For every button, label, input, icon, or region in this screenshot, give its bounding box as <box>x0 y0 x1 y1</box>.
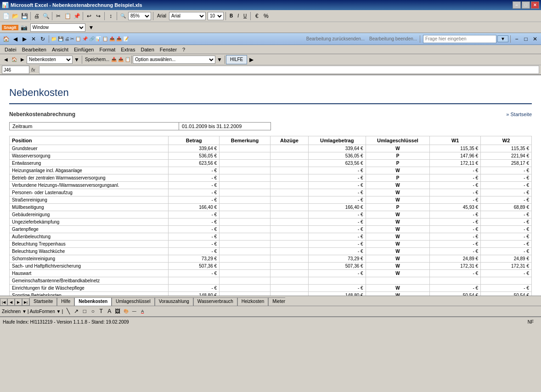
window-title: Microsoft Excel - Nebenkostenabrechnung … <box>11 2 142 8</box>
table-cell: - € <box>308 211 366 218</box>
table-cell: - € <box>430 233 481 241</box>
maximize-pane-icon[interactable]: □ <box>522 36 530 42</box>
close-pane-icon[interactable]: ✕ <box>531 36 539 42</box>
rect-icon[interactable]: □ <box>80 308 89 314</box>
search-input[interactable] <box>423 35 496 43</box>
table-cell: - € <box>308 285 366 292</box>
line-icon[interactable]: ╲ <box>64 308 72 314</box>
fontsize-select[interactable]: 10 <box>208 12 224 20</box>
cell-reference-input[interactable] <box>2 66 29 74</box>
table-cell <box>481 277 532 285</box>
snagit-settings-icon[interactable]: ▼ <box>87 24 96 31</box>
table-cell: - € <box>481 211 532 218</box>
sheet-tab-mieterdatenbank[interactable]: Mieterdatenbank <box>268 297 285 306</box>
close-button[interactable]: ✕ <box>531 1 539 9</box>
arrow-icon[interactable]: ↗ <box>72 308 80 314</box>
oval-icon[interactable]: ○ <box>89 308 97 314</box>
zoom-select[interactable]: 85% <box>128 12 151 20</box>
table-row: Sonstige Betriebskosten148,80 €148,80 €W… <box>10 292 532 296</box>
tab-prev-button[interactable]: ◀ <box>7 298 15 306</box>
menu-daten[interactable]: Daten <box>138 46 157 53</box>
back-icon[interactable]: ◀ <box>11 36 19 42</box>
fill-color-icon[interactable]: 🎨 <box>122 309 130 314</box>
minimize-pane-icon[interactable]: − <box>513 36 521 42</box>
sort-icon[interactable]: ↕ <box>107 13 115 19</box>
euro-icon[interactable]: € <box>253 13 261 19</box>
search-go-button[interactable]: ▼ <box>497 35 508 42</box>
menu-format[interactable]: Format <box>96 46 118 53</box>
forward-icon[interactable]: ▶ <box>20 36 28 42</box>
nav-forward-icon[interactable]: ▶ <box>18 57 27 62</box>
stop-icon[interactable]: ✕ <box>29 36 38 42</box>
autoformen-label[interactable]: AutoFormen ▼ <box>30 309 61 314</box>
paste-icon[interactable]: 📌 <box>73 13 81 19</box>
refresh-icon[interactable]: ↻ <box>39 36 47 42</box>
option-select[interactable]: Option auswählen... <box>133 56 215 64</box>
table-cell: - € <box>169 248 220 255</box>
copy-icon[interactable]: 📋 <box>63 13 72 19</box>
menu-bearbeiten[interactable]: Bearbeiten <box>19 46 49 53</box>
table-cell <box>270 211 308 218</box>
formula-bar: fx <box>0 65 541 75</box>
font-color-icon[interactable]: A <box>138 309 147 314</box>
line-color-icon[interactable]: — <box>130 309 138 314</box>
nav-home-icon[interactable]: 🏠 <box>10 57 18 62</box>
table-cell: - € <box>430 270 481 277</box>
percent-icon[interactable]: % <box>262 13 270 19</box>
startseite-link[interactable]: » Startseite <box>506 112 532 117</box>
redo-icon[interactable]: ↪ <box>94 13 102 19</box>
table-row: Verbundene Heizungs-/Warmwasserversorgun… <box>10 182 532 189</box>
option-dropdown-icon[interactable]: ▼ <box>215 56 224 63</box>
menu-datei[interactable]: Datei <box>2 46 19 53</box>
speichern-button[interactable]: Speichern... <box>83 55 111 64</box>
clipart-icon[interactable]: 🖼 <box>113 308 122 314</box>
print-icon[interactable]: 🖨 <box>33 13 41 19</box>
bearbeitung-beenden[interactable]: Bearbeitung beenden... <box>369 36 417 41</box>
menu-extras[interactable]: Extras <box>118 46 138 53</box>
hilfe-button[interactable]: HILFE <box>226 55 247 64</box>
menu-fenster[interactable]: Fenster <box>157 46 180 53</box>
sheet-tab-wasserverbrauch[interactable]: Wasserverbrauch <box>193 297 237 306</box>
new-icon[interactable]: 📄 <box>2 13 10 19</box>
menu-ansicht[interactable]: Ansicht <box>49 46 71 53</box>
table-cell: - € <box>169 218 220 226</box>
save-icon[interactable]: 💾 <box>20 13 28 19</box>
nav-back-icon[interactable]: ◀ <box>2 57 10 62</box>
sheet-tab-heizkosten[interactable]: Heizkosten <box>237 297 268 306</box>
sheet-tab-nebenkosten[interactable]: Nebenkosten <box>74 297 112 306</box>
sheet-tab-hilfe[interactable]: Hilfe <box>57 297 74 306</box>
menu-help[interactable]: ? <box>180 46 188 53</box>
underline-button[interactable]: U <box>242 11 248 21</box>
font-name-label: Arial <box>157 13 166 18</box>
menu-einfugen[interactable]: Einfügen <box>71 46 96 53</box>
wordart-icon[interactable]: A <box>105 308 113 314</box>
tab-last-button[interactable]: ▶| <box>22 298 29 306</box>
minimize-button[interactable]: − <box>513 1 521 9</box>
table-row: Grundsteuer339,64 €339,64 €W115,35 €115,… <box>10 145 532 152</box>
maximize-button[interactable]: □ <box>522 1 530 9</box>
undo-icon[interactable]: ↩ <box>85 13 93 19</box>
italic-button[interactable]: I <box>236 11 241 21</box>
tab-next-button[interactable]: ▶ <box>15 298 22 306</box>
hilfe-icon[interactable]: ▶ <box>247 56 255 63</box>
open-icon[interactable]: 📂 <box>11 13 19 19</box>
snagit-camera-icon[interactable]: 📷 <box>20 24 28 31</box>
formula-input[interactable] <box>39 66 539 74</box>
sheet-tab-umlageschlssel[interactable]: Umlageschlüssel <box>112 297 155 306</box>
sheet-selector[interactable]: Nebenkosten <box>27 56 73 64</box>
sheet-tab-vorauszahlung[interactable]: Vorauszahlung <box>155 297 193 306</box>
snagit-mode-select[interactable]: Window <box>30 23 85 32</box>
bold-button[interactable]: B <box>228 11 235 21</box>
cut-icon[interactable]: ✂ <box>54 13 62 19</box>
table-cell: - € <box>481 241 532 248</box>
tab-first-button[interactable]: |◀ <box>0 298 7 306</box>
bearbeitung-zuruck[interactable]: Bearbeitung zurücksenden... <box>306 36 365 41</box>
home-icon[interactable]: 🏠 <box>2 36 10 42</box>
preview-icon[interactable]: 🔍 <box>42 13 50 19</box>
dropdown-icon[interactable]: ▼ <box>73 56 81 63</box>
table-cell: Ungezieferbekämpfung <box>10 218 169 226</box>
sheet-tab-startseite[interactable]: Startseite <box>29 297 57 306</box>
textbox-icon[interactable]: T <box>97 308 105 314</box>
font-select[interactable]: Arial <box>169 12 206 20</box>
table-cell: Grundsteuer <box>10 145 169 152</box>
